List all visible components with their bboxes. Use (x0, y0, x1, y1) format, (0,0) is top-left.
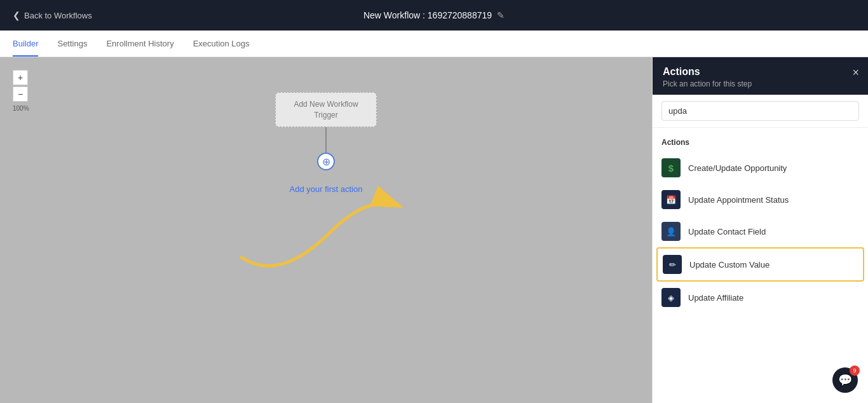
right-panel: Actions Pick an action for this step × A… (652, 57, 868, 403)
update-appointment-status-icon: 📅 (661, 190, 681, 209)
update-contact-field-icon: 👤 (661, 222, 681, 241)
actions-section-title: Actions (653, 134, 868, 152)
first-action-link[interactable]: first action (325, 184, 362, 194)
action-item-update-affiliate[interactable]: ◈ Update Affiliate (653, 282, 868, 313)
update-contact-field-label: Update Contact Field (688, 227, 766, 236)
trigger-node-label: Add New WorkflowTrigger (294, 99, 358, 121)
chat-icon: 💬 (838, 373, 852, 387)
first-action-label: Add your first action (290, 184, 363, 194)
update-affiliate-icon: ◈ (661, 288, 681, 307)
zoom-controls: + − 100% (13, 70, 29, 112)
workflow-trigger-node[interactable]: Add New WorkflowTrigger (275, 92, 377, 127)
zoom-out-button[interactable]: − (13, 86, 28, 102)
chat-badge: 9 (850, 365, 860, 376)
tab-enrollment-history[interactable]: Enrollment History (106, 31, 173, 57)
update-custom-value-label: Update Custom Value (689, 260, 770, 270)
panel-header: Actions Pick an action for this step × (653, 57, 868, 95)
edit-title-icon[interactable]: ✎ (497, 10, 505, 20)
tab-builder[interactable]: Builder (13, 31, 38, 57)
zoom-level: 100% (13, 105, 29, 112)
add-action-button[interactable]: ⊕ (317, 153, 335, 170)
panel-subtitle: Pick an action for this step (663, 79, 858, 88)
panel-title: Actions (663, 66, 858, 78)
main-area: + − 100% Add New WorkflowTrigger ⊕ Add y… (0, 57, 868, 403)
update-affiliate-label: Update Affiliate (688, 293, 743, 303)
action-item-update-appointment-status[interactable]: 📅 Update Appointment Status (653, 184, 868, 215)
action-search-input[interactable] (661, 101, 859, 121)
tab-execution-logs[interactable]: Execution Logs (193, 31, 250, 57)
tab-settings[interactable]: Settings (57, 31, 87, 57)
plus-icon: ⊕ (322, 156, 330, 168)
workflow-title-text: New Workflow : 1692720888719 (363, 10, 492, 20)
back-chevron-icon: ❮ (13, 10, 20, 20)
chat-button[interactable]: 💬 9 (832, 367, 858, 393)
back-to-workflows-button[interactable]: ❮ Back to Workflows (13, 10, 92, 20)
connector-line (325, 127, 327, 153)
tabs-bar: Builder Settings Enrollment History Exec… (0, 31, 868, 57)
action-item-update-custom-value[interactable]: ✏ Update Custom Value (656, 247, 864, 282)
action-item-update-contact-field[interactable]: 👤 Update Contact Field (653, 215, 868, 247)
workflow-title: New Workflow : 1692720888719 ✎ (363, 10, 505, 20)
search-container (653, 95, 868, 128)
create-update-opportunity-label: Create/Update Opportunity (688, 163, 787, 173)
connector: ⊕ (317, 127, 335, 170)
action-item-create-update-opportunity[interactable]: $ Create/Update Opportunity (653, 152, 868, 184)
annotation-arrow (229, 156, 419, 283)
actions-section: Actions $ Create/Update Opportunity 📅 Up… (653, 128, 868, 403)
update-custom-value-icon: ✏ (663, 255, 682, 274)
close-panel-button[interactable]: × (852, 66, 859, 79)
workflow-canvas[interactable]: + − 100% Add New WorkflowTrigger ⊕ Add y… (0, 57, 652, 403)
update-appointment-status-label: Update Appointment Status (688, 195, 789, 205)
zoom-in-button[interactable]: + (13, 70, 28, 85)
create-update-opportunity-icon: $ (661, 158, 681, 177)
top-nav: ❮ Back to Workflows New Workflow : 16927… (0, 0, 868, 31)
back-label: Back to Workflows (24, 11, 92, 20)
